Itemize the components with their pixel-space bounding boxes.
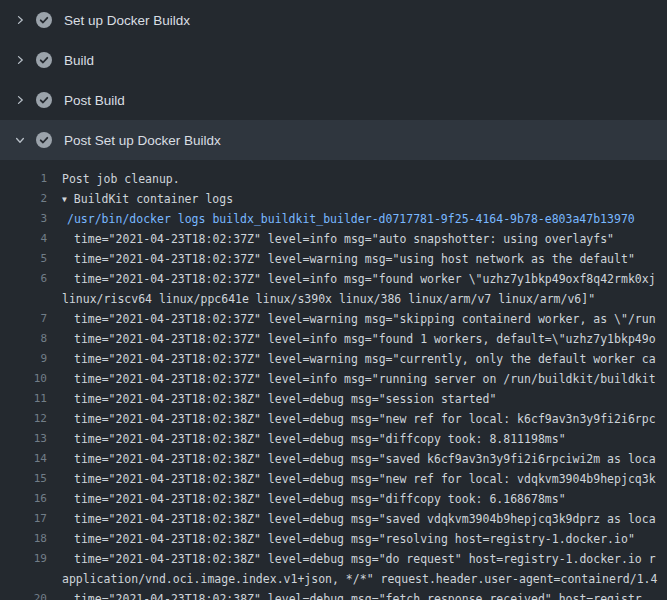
check-circle-icon [36, 132, 52, 148]
log-line: 2 ▼BuildKit container logs [0, 189, 667, 209]
log-line: 13 time="2021-04-23T18:02:38Z" level=deb… [0, 429, 667, 449]
log-line: 17 time="2021-04-23T18:02:38Z" level=deb… [0, 509, 667, 529]
log-line-text: time="2021-04-23T18:02:37Z" level=info m… [62, 329, 656, 349]
log-line: 7 time="2021-04-23T18:02:37Z" level=warn… [0, 309, 667, 329]
log-line-text: time="2021-04-23T18:02:38Z" level=debug … [62, 389, 496, 409]
step-section-title: Build [64, 53, 94, 68]
log-group-toggle[interactable]: ▼BuildKit container logs [62, 189, 233, 209]
chevron-right-icon [12, 92, 28, 108]
check-circle-icon [36, 92, 52, 108]
step-section-title: Post Set up Docker Buildx [64, 133, 221, 148]
step-section: Set up Docker Buildx [0, 0, 667, 40]
log-line-text: time="2021-04-23T18:02:38Z" level=debug … [62, 589, 642, 600]
log-line: 10 time="2021-04-23T18:02:37Z" level=inf… [0, 369, 667, 389]
log-line-text: Post job cleanup. [62, 169, 180, 189]
log-line-number[interactable]: 13 [0, 429, 47, 449]
step-section: Build [0, 40, 667, 80]
log-line: 9 time="2021-04-23T18:02:37Z" level=warn… [0, 349, 667, 369]
check-circle-icon [36, 12, 52, 28]
log-line: 5 time="2021-04-23T18:02:37Z" level=warn… [0, 249, 667, 269]
log-line: 18 time="2021-04-23T18:02:38Z" level=deb… [0, 529, 667, 549]
step-section-header[interactable]: Set up Docker Buildx [0, 0, 667, 40]
log-line-number[interactable]: 11 [0, 389, 47, 409]
log-line-text: time="2021-04-23T18:02:38Z" level=debug … [62, 549, 656, 569]
log-line: 4 time="2021-04-23T18:02:37Z" level=info… [0, 229, 667, 249]
log-line-text: time="2021-04-23T18:02:38Z" level=debug … [62, 409, 656, 429]
log-line-number[interactable]: 19 [0, 549, 47, 569]
log-line: 19 time="2021-04-23T18:02:38Z" level=deb… [0, 549, 667, 569]
log-line-number[interactable]: 7 [0, 309, 47, 329]
log-line-text: time="2021-04-23T18:02:37Z" level=info m… [62, 269, 656, 289]
log-line-text: time="2021-04-23T18:02:38Z" level=debug … [62, 429, 566, 449]
log-line: 3 /usr/bin/docker logs buildx_buildkit_b… [0, 209, 667, 229]
log-line: 1 Post job cleanup. [0, 169, 667, 189]
log-line-text: time="2021-04-23T18:02:38Z" level=debug … [62, 449, 656, 469]
log-line-number[interactable]: 8 [0, 329, 47, 349]
step-section-title: Set up Docker Buildx [64, 13, 190, 28]
log-line: 14 time="2021-04-23T18:02:38Z" level=deb… [0, 449, 667, 469]
chevron-down-icon [12, 132, 28, 148]
log-line-text: linux/riscv64 linux/ppc641e linux/s390x … [62, 289, 595, 309]
log-line-number[interactable]: 5 [0, 249, 47, 269]
log-line-number[interactable]: 2 [0, 189, 47, 209]
step-section-title: Post Build [64, 93, 125, 108]
log-line-text: time="2021-04-23T18:02:37Z" level=warnin… [62, 349, 656, 369]
log-line-text: time="2021-04-23T18:02:38Z" level=debug … [62, 529, 635, 549]
log-line: 8 time="2021-04-23T18:02:37Z" level=info… [0, 329, 667, 349]
log-line-number[interactable]: 10 [0, 369, 47, 389]
log-line-text: time="2021-04-23T18:02:38Z" level=debug … [62, 489, 566, 509]
log-line-text: time="2021-04-23T18:02:38Z" level=debug … [62, 509, 656, 529]
log-line: 11 time="2021-04-23T18:02:38Z" level=deb… [0, 389, 667, 409]
log-line-number[interactable]: 20 [0, 589, 47, 600]
log-line: linux/riscv64 linux/ppc641e linux/s390x … [0, 289, 667, 309]
log-line-number[interactable]: 17 [0, 509, 47, 529]
chevron-right-icon [12, 12, 28, 28]
log-line-number[interactable]: 3 [0, 209, 47, 229]
log-line-text: time="2021-04-23T18:02:38Z" level=debug … [62, 469, 656, 489]
log-line: 6 time="2021-04-23T18:02:37Z" level=info… [0, 269, 667, 289]
command-line-text: /usr/bin/docker logs buildx_buildkit_bui… [62, 209, 635, 229]
log-line-number[interactable]: 6 [0, 269, 47, 289]
log-line-number[interactable]: 4 [0, 229, 47, 249]
log-line-number[interactable]: 18 [0, 529, 47, 549]
log-line-number[interactable]: 12 [0, 409, 47, 429]
log-line-number[interactable]: 1 [0, 169, 47, 189]
log-line-text: time="2021-04-23T18:02:37Z" level=info m… [62, 369, 656, 389]
log-line-number[interactable]: 9 [0, 349, 47, 369]
check-circle-icon [36, 52, 52, 68]
log-line: application/vnd.oci.image.index.v1+json,… [0, 569, 667, 589]
triangle-down-icon[interactable]: ▼ [62, 190, 67, 210]
step-section-header[interactable]: Post Build [0, 80, 667, 120]
workflow-steps-log-viewer[interactable]: Set up Docker Buildx Build Post Build Po… [0, 0, 667, 600]
log-group-title: BuildKit container logs [74, 192, 233, 206]
log-line: 12 time="2021-04-23T18:02:38Z" level=deb… [0, 409, 667, 429]
step-section-header[interactable]: Post Set up Docker Buildx [0, 120, 667, 160]
log-line-number[interactable]: 14 [0, 449, 47, 469]
log-line-number[interactable]: 16 [0, 489, 47, 509]
log-line: 15 time="2021-04-23T18:02:38Z" level=deb… [0, 469, 667, 489]
log-line: 16 time="2021-04-23T18:02:38Z" level=deb… [0, 489, 667, 509]
step-section: Post Build [0, 80, 667, 120]
step-section: Post Set up Docker Buildx 1 Post job cle… [0, 120, 667, 600]
chevron-right-icon [12, 52, 28, 68]
log-line-text: application/vnd.oci.image.index.v1+json,… [62, 569, 657, 589]
log-line-text: time="2021-04-23T18:02:37Z" level=warnin… [62, 249, 635, 269]
log-line-text: time="2021-04-23T18:02:37Z" level=warnin… [62, 309, 656, 329]
step-section-header[interactable]: Build [0, 40, 667, 80]
steps-list: Set up Docker Buildx Build Post Build Po… [0, 0, 667, 600]
log-line-number[interactable]: 15 [0, 469, 47, 489]
log-line: 20 time="2021-04-23T18:02:38Z" level=deb… [0, 589, 667, 600]
step-log-body: 1 Post job cleanup. 2 ▼BuildKit containe… [0, 160, 667, 600]
log-line-text: time="2021-04-23T18:02:37Z" level=info m… [62, 229, 614, 249]
